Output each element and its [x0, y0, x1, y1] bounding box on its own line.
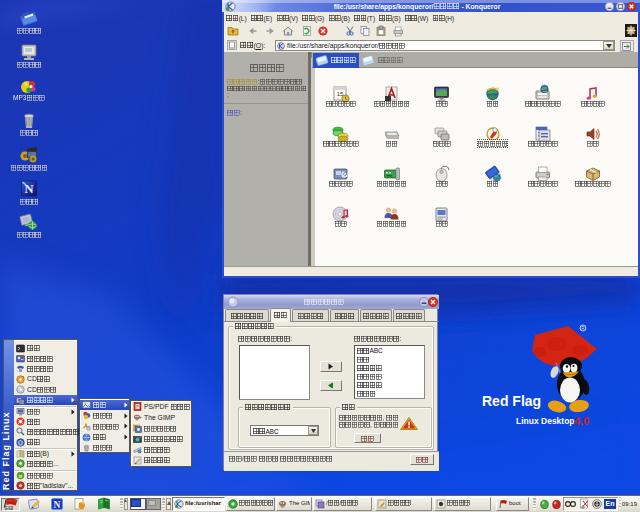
svg-text:Red Flag: Red Flag — [482, 393, 541, 409]
svg-text:4.0: 4.0 — [574, 415, 589, 427]
svg-text:N: N — [54, 499, 61, 509]
svg-text:N: N — [24, 182, 33, 196]
svg-text:P: P — [136, 404, 139, 409]
svg-text:Linux Desktop: Linux Desktop — [516, 416, 575, 426]
